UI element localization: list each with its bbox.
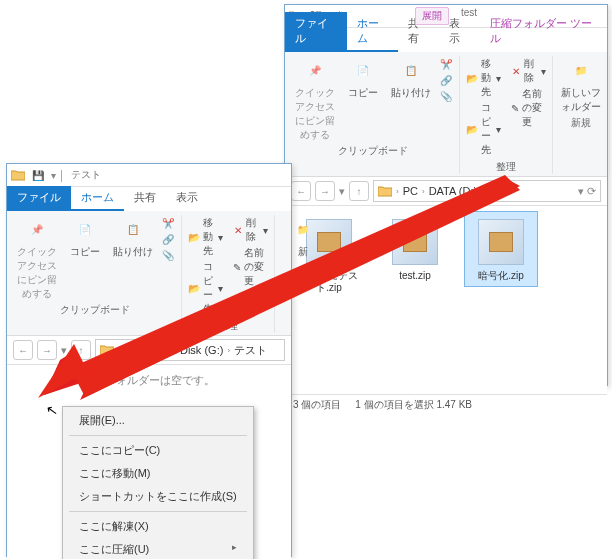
breadcrumb[interactable]: テスト: [234, 343, 267, 358]
delete-button[interactable]: ✕削除 ▾: [511, 57, 546, 85]
breadcrumb[interactable]: DATA (D:): [429, 185, 477, 197]
copy-to-button[interactable]: 📂コピー先 ▾: [466, 101, 501, 157]
nav-history-button[interactable]: ▾: [61, 344, 67, 357]
nav-back-button[interactable]: ←: [13, 340, 33, 360]
explorer-window-test: 💾 ▾ │ 展開 test ファイル ホーム 共有 表示 圧縮フォルダー ツール…: [284, 4, 608, 386]
copy-button[interactable]: 📄コピー: [341, 56, 385, 100]
tab-view[interactable]: 表示: [166, 186, 208, 211]
folder-icon: [378, 185, 392, 197]
ribbon: 📌クイック アクセスにピン留めする 📄コピー 📋貼り付け ✂️ 🔗 📎 クリップ…: [7, 211, 291, 336]
nav-back-button[interactable]: ←: [291, 181, 311, 201]
new-button[interactable]: 📁新: [281, 215, 325, 259]
breadcrumb[interactable]: test: [488, 185, 506, 197]
address-bar-row: ← → ▾ ↑ › PC› DATA (D:)› test ▾ ⟳: [285, 177, 607, 206]
breadcrumb[interactable]: PC: [403, 185, 418, 197]
zip-icon: [387, 216, 443, 268]
tab-file[interactable]: ファイル: [7, 186, 71, 211]
menu-extract[interactable]: 展開(E)...: [63, 409, 253, 432]
file-item-selected[interactable]: 暗号化.zip: [465, 212, 537, 286]
tab-zip-tools[interactable]: 圧縮フォルダー ツール: [480, 12, 607, 52]
empty-folder-text: このフォルダーは空です。: [7, 365, 291, 388]
delete-button[interactable]: ✕削除 ▾: [233, 216, 268, 244]
address-bar[interactable]: › PC› Local Disk (G:)› テスト: [95, 339, 285, 361]
pin-quick-access-button[interactable]: 📌クイック アクセスにピン留めする: [293, 56, 337, 142]
nav-up-button[interactable]: ↑: [349, 181, 369, 201]
tab-view[interactable]: 表示: [439, 12, 480, 52]
tab-file[interactable]: ファイル: [285, 12, 347, 52]
pin-quick-access-button[interactable]: 📌クイック アクセスにピン留めする: [15, 215, 59, 301]
tab-share[interactable]: 共有: [124, 186, 166, 211]
breadcrumb[interactable]: PC: [125, 344, 140, 356]
paste-shortcut-icon[interactable]: 📎: [439, 89, 453, 103]
status-bar: 3 個の項目 1 個の項目を選択 1.47 KB: [285, 394, 607, 415]
cut-icon[interactable]: ✂️: [439, 57, 453, 71]
nav-forward-button[interactable]: →: [315, 181, 335, 201]
ribbon-tabs: ファイル ホーム 共有 表示: [7, 187, 291, 211]
drop-context-menu: 展開(E)... ここにコピー(C) ここに移動(M) ショートカットをここに作…: [62, 406, 254, 559]
menu-zip-here[interactable]: ここに圧縮(U): [63, 538, 253, 559]
menu-move-here[interactable]: ここに移動(M): [63, 462, 253, 485]
cursor-icon: ↖: [45, 401, 60, 419]
menu-shortcut-here[interactable]: ショートカットをここに作成(S): [63, 485, 253, 508]
tab-home[interactable]: ホーム: [71, 186, 124, 211]
tab-home[interactable]: ホーム: [347, 12, 398, 52]
folder-icon: [100, 344, 114, 356]
nav-up-button[interactable]: ↑: [71, 340, 91, 360]
nav-history-button[interactable]: ▾: [339, 185, 345, 198]
file-pane[interactable]: k 本的にテスト.zip test.zip 暗号化.zip: [285, 206, 607, 394]
copy-path-icon[interactable]: 🔗: [439, 73, 453, 87]
address-bar[interactable]: › PC› DATA (D:)› test ▾ ⟳: [373, 180, 601, 202]
copy-path-icon[interactable]: 🔗: [161, 232, 175, 246]
zip-icon: [473, 216, 529, 268]
file-item[interactable]: test.zip: [379, 212, 451, 286]
nav-forward-button[interactable]: →: [37, 340, 57, 360]
ribbon-tabs: ファイル ホーム 共有 表示 圧縮フォルダー ツール: [285, 28, 607, 52]
ribbon: 📌クイック アクセスにピン留めする 📄コピー 📋貼り付け ✂️ 🔗 📎 クリップ…: [285, 52, 607, 177]
copy-to-button[interactable]: 📂コピー先 ▾: [188, 260, 223, 316]
save-icon[interactable]: 💾: [31, 168, 45, 182]
titlebar: 💾 ▾ │ テスト: [7, 164, 291, 187]
menu-unzip-here[interactable]: ここに解凍(X): [63, 515, 253, 538]
tab-share[interactable]: 共有: [398, 12, 439, 52]
new-folder-button[interactable]: 📁新しいフォルダー: [559, 56, 603, 114]
paste-button[interactable]: 📋貼り付け: [111, 215, 155, 259]
menu-copy-here[interactable]: ここにコピー(C): [63, 439, 253, 462]
move-to-button[interactable]: 📂移動先 ▾: [188, 216, 223, 258]
paste-button[interactable]: 📋貼り付け: [389, 56, 433, 100]
rename-button[interactable]: ✎名前の変更: [511, 87, 546, 129]
refresh-icon[interactable]: ▾ ⟳: [578, 185, 596, 198]
rename-button[interactable]: ✎名前の変更: [233, 246, 268, 288]
window-title: テスト: [71, 168, 101, 182]
folder-icon: [11, 168, 25, 182]
move-to-button[interactable]: 📂移動先 ▾: [466, 57, 501, 99]
breadcrumb[interactable]: Local Disk (G:): [151, 344, 224, 356]
paste-shortcut-icon[interactable]: 📎: [161, 248, 175, 262]
copy-button[interactable]: 📄コピー: [63, 215, 107, 259]
cut-icon[interactable]: ✂️: [161, 216, 175, 230]
address-bar-row: ← → ▾ ↑ › PC› Local Disk (G:)› テスト: [7, 336, 291, 365]
